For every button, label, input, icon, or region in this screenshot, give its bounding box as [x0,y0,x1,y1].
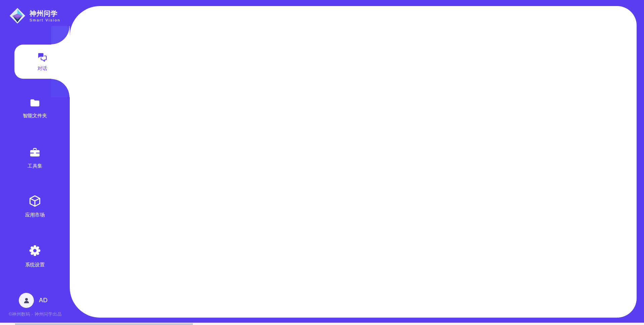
sidebar-item-chat[interactable]: 对话 [14,45,70,79]
sidebar-item-label: 智能文件夹 [0,113,70,119]
brand-tagline: Smart Vision [30,18,60,22]
sidebar-item-app-market[interactable]: 应用市场 [0,194,70,218]
gear-icon [28,244,42,258]
user-name: AD [39,297,48,304]
person-icon [22,296,31,305]
sidebar-item-settings[interactable]: 系统设置 [0,244,70,268]
copyright-text: ©神州数码 · 神州问学出品 [0,311,70,317]
user-account[interactable]: AD [19,293,48,308]
scrollbar-thumb[interactable] [15,323,193,325]
sidebar-item-label: 应用市场 [0,212,70,218]
main-panel [70,6,637,318]
chat-bubbles-icon [36,52,48,63]
tab-fillet-top [51,26,70,45]
tab-fillet-bottom [51,79,70,97]
sidebar-item-smart-folder[interactable]: 智能文件夹 [0,97,70,119]
cube-icon [28,194,42,208]
horizontal-scrollbar[interactable] [0,323,644,325]
app-window: 神州问学 Smart Vision 对话 智能文件夹 工具集 应用市场 系统设置 [0,0,644,325]
app-background: 神州问学 Smart Vision 对话 智能文件夹 工具集 应用市场 系统设置 [0,0,644,323]
avatar [19,293,34,308]
sidebar-item-label: 系统设置 [0,262,70,268]
sidebar-item-toolset[interactable]: 工具集 [0,147,70,169]
brand-logo-icon [9,8,25,24]
brand: 神州问学 Smart Vision [9,8,60,24]
sidebar-item-label: 工具集 [0,163,70,169]
folder-icon [29,97,41,109]
toolbox-icon [29,147,41,159]
brand-name: 神州问学 [30,10,60,17]
sidebar-item-label: 对话 [38,65,47,72]
